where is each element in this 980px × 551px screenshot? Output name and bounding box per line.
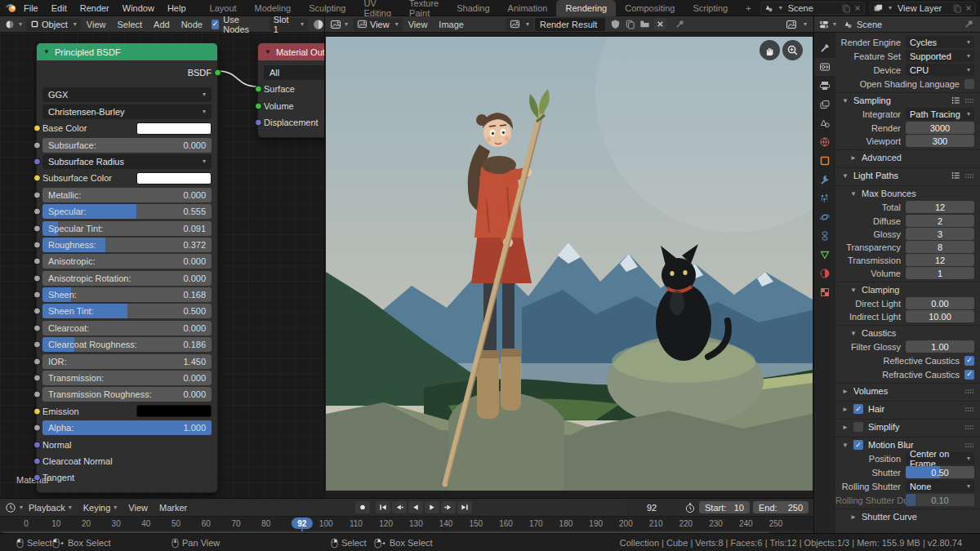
node-slider[interactable]: Anisotropic Rotation:0.000 (42, 271, 212, 286)
menu-window[interactable]: Window (116, 0, 161, 16)
panel-sampling[interactable]: ▼Sampling (835, 92, 980, 108)
open-folder-icon[interactable] (639, 19, 650, 29)
socket-green[interactable] (255, 86, 262, 93)
node-slider[interactable]: Transmission Roughness:0.000 (42, 387, 212, 402)
menu-file[interactable]: File (17, 0, 45, 16)
previous-keyframe-button[interactable] (392, 501, 407, 513)
rolling-shutter-dropdown[interactable]: None▾ (906, 480, 974, 492)
panel-light-paths[interactable]: ▼Light Paths (835, 167, 980, 183)
shader-menu-view[interactable]: View (81, 20, 112, 29)
node-slider[interactable]: Transmission:0.000 (42, 371, 212, 385)
node-slider[interactable]: Metallic:0.000 (42, 188, 212, 202)
editor-type-image-icon[interactable] (330, 19, 341, 30)
editor-type-image-icon[interactable] (786, 19, 797, 30)
socket-gray[interactable] (33, 191, 41, 198)
subpanel-max-bounces[interactable]: ▼Max Bounces (835, 185, 980, 201)
properties-tab-physics[interactable] (814, 208, 835, 226)
workspace-tab-compositing[interactable]: Compositing (616, 0, 684, 16)
frame-start-field[interactable]: Start:10 (699, 501, 750, 513)
direct-light-value-field[interactable]: 0.00 (906, 297, 974, 309)
play-reverse-button[interactable] (408, 501, 423, 513)
subpanel-shutter-curve[interactable]: ►Shutter Curve (835, 509, 980, 524)
properties-tab-scene[interactable] (814, 114, 835, 132)
properties-tab-object[interactable] (814, 152, 835, 170)
socket-gray[interactable] (33, 274, 41, 282)
playhead[interactable]: 92 (292, 518, 313, 529)
unlink-close-icon[interactable] (654, 18, 666, 30)
close-icon[interactable] (853, 4, 862, 12)
shader-menu-node[interactable]: Node (176, 20, 208, 29)
copy-icon[interactable] (952, 3, 962, 13)
new-image-icon[interactable] (625, 19, 635, 29)
timeline-menu-marker[interactable]: Marker (154, 503, 193, 513)
shader-menu-select[interactable]: Select (111, 20, 148, 29)
socket-purple[interactable] (33, 158, 41, 165)
view-layer-selector[interactable]: ▾ View Layer (870, 2, 976, 15)
stopwatch-icon[interactable] (684, 502, 696, 513)
diffuse-value-field[interactable]: 2 (906, 215, 974, 227)
volume-value-field[interactable]: 1 (906, 267, 974, 279)
socket-gray[interactable] (33, 241, 41, 248)
node-slider[interactable]: Subsurface:0.000 (42, 138, 212, 153)
total-value-field[interactable]: 12 (906, 201, 974, 213)
workspace-tab-rendering[interactable]: Rendering (556, 0, 616, 16)
display-channel-dropdown[interactable]: View▾ (353, 18, 403, 31)
shader-type-dropdown[interactable]: Object▾ (26, 18, 81, 31)
open-shading-language-checkbox[interactable] (964, 79, 974, 89)
principled-node-header[interactable]: ▼ Principled BSDF (37, 43, 217, 60)
glossy-value-field[interactable]: 3 (906, 228, 974, 240)
transparency-value-field[interactable]: 8 (906, 241, 974, 253)
node-slider[interactable]: Roughness:0.372 (42, 238, 212, 252)
socket-yellow[interactable] (33, 407, 41, 415)
record-button[interactable] (355, 501, 370, 513)
node-slider[interactable]: IOR:1.450 (42, 354, 212, 369)
node-slider[interactable]: Clearcoat:0.000 (42, 321, 212, 335)
timeline-ruler[interactable]: 0102030405060708090100110120130140150160… (0, 516, 813, 531)
rolling-shutter-dur-slider[interactable]: 0.10 (906, 494, 974, 506)
principled-bsdf-node[interactable]: ▼ Principled BSDF BSDF GGX▾Christensen-B… (36, 42, 218, 493)
properties-tab-material[interactable] (814, 264, 835, 282)
workspace-tab-scripting[interactable]: Scripting (684, 0, 737, 16)
image-browse-dropdown[interactable]: ▾ (506, 18, 533, 31)
socket-purple[interactable] (33, 457, 41, 464)
node-dropdown[interactable]: Subsurface Radius▾ (42, 154, 212, 169)
workspace-tab-sculpting[interactable]: Sculpting (300, 0, 354, 16)
color-swatch[interactable] (136, 122, 212, 135)
motion-blur-checkbox[interactable]: ✓ (853, 440, 863, 450)
blender-logo-icon[interactable] (5, 2, 17, 14)
pin-icon[interactable] (675, 19, 685, 29)
simplify-checkbox[interactable] (853, 422, 863, 432)
panel-hair[interactable]: ►✓Hair (835, 401, 980, 416)
frame-end-field[interactable]: End:250 (753, 501, 808, 513)
socket-gray[interactable] (33, 324, 41, 331)
socket-purple[interactable] (255, 119, 262, 127)
properties-tab-texture[interactable] (814, 283, 835, 301)
position-dropdown[interactable]: Center on Frame▾ (906, 452, 974, 464)
subpanel-advanced[interactable]: ►Advanced (835, 149, 980, 165)
node-dropdown[interactable]: Christensen-Burley▾ (42, 104, 212, 119)
material-output-node-header[interactable]: ▼ Material Output (258, 43, 324, 60)
workspace-tab-+[interactable]: + (737, 0, 760, 16)
node-slider[interactable]: Sheen Tint:0.500 (42, 304, 212, 318)
image-menu-view[interactable]: View (403, 20, 434, 29)
bsdf-output-socket[interactable] (214, 69, 221, 77)
properties-tab-modifiers[interactable] (814, 171, 835, 189)
properties-tab-particles[interactable] (814, 189, 835, 207)
socket-gray[interactable] (33, 224, 41, 232)
transmission-value-field[interactable]: 12 (906, 254, 974, 266)
jump-to-start-button[interactable] (376, 501, 390, 513)
timeline-menu-playback[interactable]: Playback▾ (23, 503, 78, 513)
node-dropdown[interactable]: GGX▾ (42, 87, 212, 102)
node-slider[interactable]: Sheen:0.168 (42, 287, 212, 302)
editor-type-shader-icon[interactable] (4, 19, 16, 30)
device-dropdown[interactable]: CPU▾ (906, 64, 974, 76)
socket-yellow[interactable] (33, 125, 41, 132)
node-slider[interactable]: Specular:0.555 (42, 204, 212, 219)
socket-gray[interactable] (33, 208, 41, 216)
viewport-value-field[interactable]: 300 (906, 135, 974, 147)
properties-tab-constraints[interactable] (814, 227, 835, 245)
node-slider[interactable]: Specular Tint:0.091 (42, 221, 212, 236)
next-keyframe-button[interactable] (441, 501, 456, 513)
properties-tab-world[interactable] (814, 133, 835, 151)
play-button[interactable] (425, 501, 439, 513)
